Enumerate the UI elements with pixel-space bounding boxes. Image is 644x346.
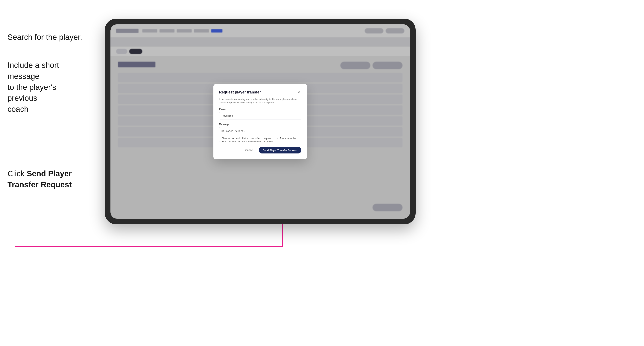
arrow-line-send-horizontal bbox=[15, 246, 283, 247]
send-player-transfer-request-button[interactable]: Send Player Transfer Request bbox=[259, 147, 302, 154]
modal-title: Request player transfer bbox=[219, 90, 261, 94]
annotation-click-text: Click Send Player Transfer Request bbox=[8, 168, 79, 190]
player-input[interactable] bbox=[219, 112, 302, 119]
arrow-line-send-vertical bbox=[15, 200, 15, 247]
annotation-message-text: Include a short messageto the player's p… bbox=[8, 60, 79, 115]
message-label: Message bbox=[219, 123, 302, 126]
message-textarea[interactable]: Hi Coach McHarg, Please accept this tran… bbox=[219, 127, 302, 142]
cancel-button[interactable]: Cancel bbox=[242, 147, 256, 153]
player-label: Player bbox=[219, 108, 302, 111]
tablet-device: Request player transfer × If the player … bbox=[105, 19, 416, 224]
modal-close-button[interactable]: × bbox=[296, 90, 302, 95]
annotation-bold-text: Send Player Transfer Request bbox=[8, 169, 72, 189]
request-player-transfer-modal: Request player transfer × If the player … bbox=[214, 84, 307, 159]
tablet-outer-frame: Request player transfer × If the player … bbox=[105, 19, 416, 224]
modal-actions: Cancel Send Player Transfer Request bbox=[219, 147, 302, 154]
modal-description: If the player is transferring from anoth… bbox=[219, 98, 302, 104]
tablet-screen: Request player transfer × If the player … bbox=[110, 24, 410, 219]
annotation-search-text: Search for the player. bbox=[8, 32, 82, 43]
modal-header: Request player transfer × bbox=[219, 90, 302, 95]
modal-overlay: Request player transfer × If the player … bbox=[110, 24, 410, 219]
arrow-line-search-vertical bbox=[15, 99, 15, 140]
